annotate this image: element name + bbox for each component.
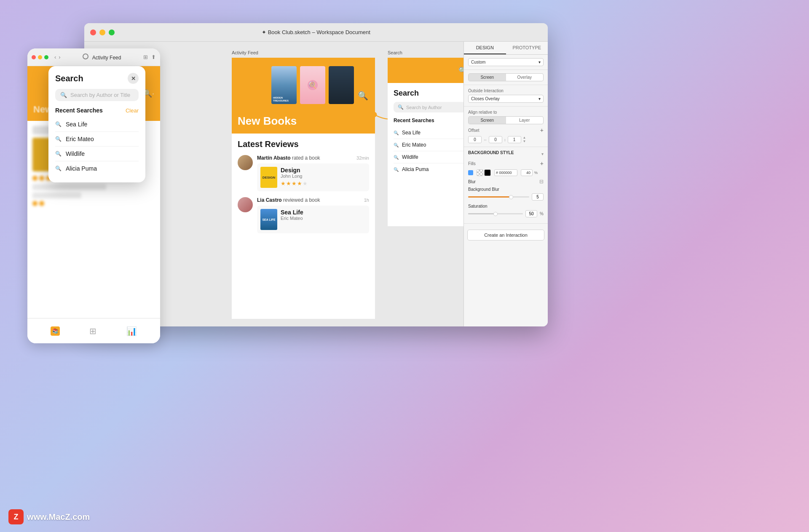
offset-row: Offset + <box>468 127 544 134</box>
traffic-lights[interactable] <box>90 29 115 35</box>
tab-design[interactable]: DESIGN <box>464 42 506 54</box>
book-cover-1: HIDDENTREASURES <box>271 66 297 104</box>
titlebar: ✦ Book Club.sketch – Workspace Document <box>84 23 548 42</box>
offset-y-field[interactable]: 0 <box>489 136 502 143</box>
search-artboard: Search 🔍 Search 🔍 Search by Author Recen… <box>388 50 463 226</box>
phone-overlay-search[interactable]: 🔍 Search by Author or Title <box>55 89 139 101</box>
book-covers: HIDDENTREASURES 🍭 <box>271 66 354 104</box>
align-seg: Screen Layer <box>468 116 544 124</box>
left-phone-title-text: Activity Feed <box>92 55 121 61</box>
sa-item-4[interactable]: 🔍 Alicia Puma <box>394 163 463 175</box>
minimize-button[interactable] <box>99 29 105 35</box>
sa-item-label-1: Sea Life <box>402 130 421 136</box>
back-icon[interactable]: ‹ <box>54 54 56 60</box>
blur-value-field[interactable]: 5 <box>532 193 544 201</box>
watermark-text: www.MacZ.com <box>27 512 90 522</box>
phone-frame-icon <box>83 53 88 59</box>
phone-search-item-label-4: Alicia Puma <box>66 165 97 172</box>
book-detail-1: DESIGN Design John Long ★★★★★ <box>257 163 369 191</box>
tab-stats-icon: 📊 <box>126 326 137 336</box>
saturation-label: Saturation <box>468 204 544 209</box>
blur-line-2 <box>32 184 106 190</box>
closes-overlay-dropdown[interactable]: Closes Overlay ▾ <box>468 95 544 103</box>
forward-icon[interactable]: › <box>59 54 60 60</box>
activity-artboard-label: Activity Feed <box>232 50 375 55</box>
offset-z-field[interactable]: 1 <box>508 136 521 143</box>
create-interaction-btn[interactable]: Create an Interaction <box>467 230 544 241</box>
book-thumb-design: DESIGN <box>260 167 277 188</box>
sa-item-3[interactable]: 🔍 Wildlife <box>394 151 463 163</box>
phone-search-item-4[interactable]: 🔍 Alicia Puma <box>55 161 139 176</box>
phone-search-item-icon-2: 🔍 <box>55 136 62 142</box>
tab-browse[interactable]: ⊞ <box>89 326 96 336</box>
blur-delete-btn[interactable]: ⊟ <box>539 179 544 184</box>
watermark: Z www.MacZ.com <box>8 509 90 524</box>
align-layer-btn[interactable]: Layer <box>506 117 544 124</box>
sa-search-bar[interactable]: 🔍 Search by Author <box>394 102 463 112</box>
review-info-1: Martín Abasto rated a book 32min DESIGN … <box>257 155 369 191</box>
blur-track[interactable] <box>468 196 529 198</box>
left-phone-fullscreen[interactable] <box>44 55 48 59</box>
svg-point-0 <box>372 112 377 117</box>
tab-stats[interactable]: 📊 <box>126 326 137 336</box>
offset-x-field[interactable]: 0 <box>468 136 482 143</box>
tab-books[interactable]: 📚 <box>51 326 60 336</box>
blur-slider-row: 5 <box>468 193 544 201</box>
review-item-2: Lia Castro reviewed a book 1h SEA LIFE S… <box>238 197 369 233</box>
close-button[interactable] <box>90 29 96 35</box>
sa-item-1[interactable]: 🔍 Sea Life <box>394 127 463 139</box>
left-phone-frame: ‹ › Activity Feed ⊞ ⬆ New Books 🔍· <box>27 48 160 343</box>
background-blur-row: Background Blur 5 <box>468 186 544 204</box>
add-fill-btn[interactable]: + <box>540 160 544 167</box>
overlay-btn[interactable]: Overlay <box>506 74 544 81</box>
overlay-close-btn[interactable]: ✕ <box>128 73 139 84</box>
left-phone-close[interactable] <box>32 55 36 59</box>
opacity-field[interactable]: 40 <box>521 169 533 176</box>
transition-dropdown[interactable]: Custom ▾ <box>468 58 544 66</box>
bg-style-chevron[interactable]: ▾ <box>541 152 544 156</box>
bg-style-section: BACKGROUND STYLE ▾ Fills + # 000000 40 <box>464 147 548 224</box>
left-phone-titlebar: ‹ › Activity Feed ⊞ ⬆ <box>27 48 160 66</box>
bg-style-header: BACKGROUND STYLE ▾ <box>468 150 544 158</box>
review-info-2: Lia Castro reviewed a book 1h SEA LIFE S… <box>257 197 369 233</box>
fullscreen-button[interactable] <box>109 29 115 35</box>
outside-interaction-label: Outside Interaction <box>468 88 544 93</box>
chevron-down-icon: ▾ <box>538 60 541 64</box>
add-offset-btn[interactable]: + <box>540 127 544 134</box>
phone-overlay-clear-btn[interactable]: Clear <box>126 107 139 114</box>
screen-btn[interactable]: Screen <box>469 74 506 81</box>
phone-menu-icon[interactable]: ⊞ <box>143 54 148 60</box>
sa-item-2[interactable]: 🔍 Eric Mateo <box>394 139 463 151</box>
phone-overlay-search-icon: 🔍 <box>60 92 67 98</box>
blur-line-3 <box>32 192 81 198</box>
left-phone-minimize[interactable] <box>38 55 42 59</box>
phone-overlay-header: Search ✕ <box>55 73 139 84</box>
color-swatch-black[interactable] <box>484 169 491 176</box>
hex-field[interactable]: # 000000 <box>494 169 517 176</box>
outside-interaction-section: Outside Interaction Closes Overlay ▾ <box>464 85 548 107</box>
align-screen-btn[interactable]: Screen <box>469 117 506 124</box>
tab-prototype[interactable]: PROTOTYPE <box>506 42 548 54</box>
fill-checkbox[interactable] <box>468 170 473 175</box>
sa-search-placeholder: Search by Author <box>406 105 442 110</box>
offset-h-icon: ↔ <box>483 138 487 142</box>
sat-track[interactable] <box>468 213 523 214</box>
artboard-header: New Books 🔍 HIDDENTREASURES 🍭 <box>232 58 375 134</box>
left-phone-traffic-lights[interactable] <box>32 55 48 59</box>
phone-search-item-1[interactable]: 🔍 Sea Life <box>55 117 139 132</box>
sa-item-label-3: Wildlife <box>402 154 418 160</box>
sa-item-icon-1: 🔍 <box>394 131 399 135</box>
avatar-2 <box>238 197 253 212</box>
blur-thumb[interactable] <box>509 195 513 199</box>
opacity-percent: % <box>534 171 538 175</box>
blur-star-5 <box>39 201 44 206</box>
phone-search-item-2[interactable]: 🔍 Eric Mateo <box>55 132 139 147</box>
fills-row: Fills + <box>468 160 544 167</box>
sat-value-field[interactable]: 50 <box>525 210 537 217</box>
phone-search-item-3[interactable]: 🔍 Wildlife <box>55 147 139 161</box>
color-swatch-checker <box>477 169 483 176</box>
sa-item-icon-2: 🔍 <box>394 143 399 147</box>
search-icon: 🔍 <box>358 91 368 101</box>
phone-share-icon[interactable]: ⬆ <box>151 54 156 60</box>
sat-thumb[interactable] <box>493 212 498 216</box>
